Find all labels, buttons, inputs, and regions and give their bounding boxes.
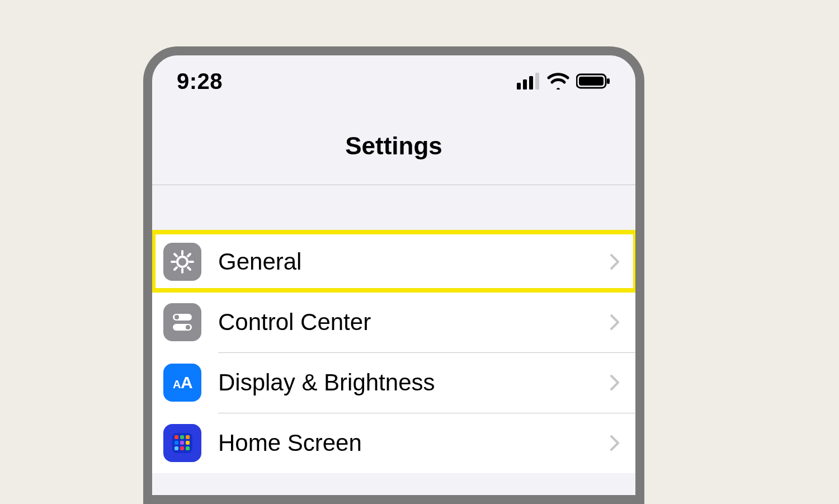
settings-row-display-brightness[interactable]: A A Display & Brightness [152, 352, 635, 413]
svg-rect-31 [186, 446, 190, 450]
svg-rect-30 [180, 446, 184, 450]
svg-line-12 [175, 254, 177, 256]
svg-rect-2 [529, 76, 533, 90]
svg-line-14 [175, 267, 177, 270]
svg-rect-6 [607, 78, 610, 84]
svg-rect-28 [186, 441, 190, 445]
svg-point-19 [186, 325, 190, 329]
phone-screen: 9:28 [152, 55, 635, 495]
settings-list: General Control Center [152, 231, 635, 473]
svg-rect-3 [535, 73, 539, 90]
settings-row-control-center-label: Control Center [218, 309, 610, 336]
status-time: 9:28 [177, 69, 223, 94]
svg-text:A: A [173, 378, 181, 390]
settings-row-control-center[interactable]: Control Center [152, 292, 635, 352]
svg-rect-25 [186, 435, 190, 439]
svg-rect-27 [180, 441, 184, 445]
svg-line-13 [188, 267, 190, 270]
svg-line-15 [188, 254, 190, 256]
svg-rect-5 [579, 77, 604, 86]
svg-rect-23 [175, 435, 178, 439]
toggles-icon [163, 303, 201, 341]
settings-row-home-screen-label: Home Screen [218, 430, 610, 456]
svg-rect-1 [523, 79, 527, 90]
svg-rect-26 [175, 441, 178, 445]
svg-rect-0 [517, 83, 521, 90]
chevron-right-icon [610, 253, 620, 270]
chevron-right-icon [610, 435, 620, 451]
svg-rect-24 [180, 435, 184, 439]
wifi-icon [547, 73, 569, 90]
list-header-gap [152, 185, 635, 231]
battery-icon [576, 73, 611, 90]
nav-title-bar: Settings [152, 107, 635, 185]
settings-row-general[interactable]: General [152, 232, 635, 292]
svg-point-17 [175, 315, 179, 319]
status-icons [517, 73, 611, 90]
stage: 9:28 [0, 0, 839, 504]
gear-icon [163, 243, 201, 281]
settings-row-display-brightness-label: Display & Brightness [218, 369, 610, 396]
svg-rect-29 [175, 446, 178, 450]
chevron-right-icon [610, 374, 620, 391]
settings-row-home-screen[interactable]: Home Screen [152, 413, 635, 473]
home-screen-grid-icon [163, 424, 201, 462]
settings-row-general-label: General [218, 248, 610, 275]
svg-point-7 [177, 257, 187, 267]
page-title: Settings [345, 132, 442, 160]
cellular-signal-icon [517, 73, 540, 90]
text-size-icon: A A [163, 364, 201, 402]
phone-frame: 9:28 [143, 46, 644, 504]
status-bar: 9:28 [152, 55, 635, 107]
chevron-right-icon [610, 314, 620, 331]
svg-text:A: A [181, 373, 193, 392]
